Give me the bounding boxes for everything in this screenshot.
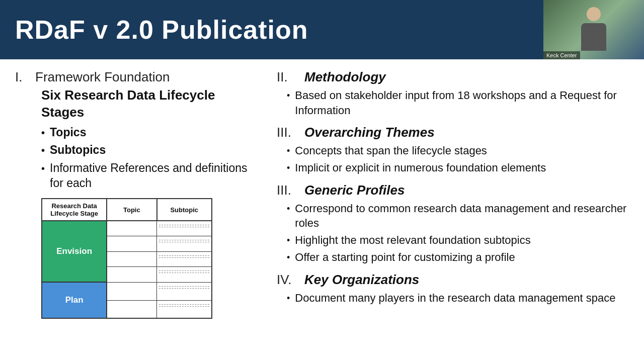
table-row-envision: Envision [42,221,212,236]
section-iii-profiles-roman: III. [277,183,304,198]
stage-envision-cell: Envision [42,221,107,282]
right-column: II. Methodology Based on stakeholder inp… [262,69,629,357]
person-body [581,23,606,51]
section-iii-profiles-heading: III. Generic Profiles [277,183,629,198]
camera-inset: Keck Center [543,0,644,59]
section-iii-overarching: III. Overarching Themes Concepts that sp… [277,125,629,175]
section-iii-profiles-bullets: Correspond to common research data manag… [287,201,629,265]
bullet-subtopics: Subtopics [41,143,252,158]
topic-cell-p1 [107,282,156,300]
header: RDaF v 2.0 Publication Keck Center [0,0,644,59]
left-column: I. Framework Foundation Six Research Dat… [15,69,262,357]
section-i-heading: I. Framework Foundation [15,69,252,85]
table-header-stage: Research DataLifecycle Stage [42,199,107,221]
lifecycle-table: Research DataLifecycle Stage Topic Subto… [41,198,212,319]
dashed-e5 [159,255,209,256]
dashed-e7 [159,270,209,271]
section-iii-heading: III. Overarching Themes [277,125,629,140]
section-ii-heading: II. Methodology [277,69,629,85]
section-iv-bullets: Document many players in the research da… [287,291,629,306]
section-iii-title: Overarching Themes [304,125,435,140]
section-i-bullets: Topics Subtopics Informative References … [41,125,252,192]
section-i-subheading: Six Research Data Lifecycle Stages [41,87,252,121]
section-i-roman: I. [15,69,35,85]
dashed-e3 [159,240,209,240]
section-iv-title: Key Organizations [304,272,419,288]
section-ii-bullet-1: Based on stakeholder input from 18 works… [287,88,629,118]
section-iv-roman: IV. [277,272,304,288]
section-iii-bullets: Concepts that span the lifecycle stages … [287,143,629,175]
dashed-p2 [159,288,209,289]
section-iii-roman: III. [277,125,304,140]
dashed-e6 [159,257,209,258]
section-ii-title: Methodology [304,69,386,85]
lifecycle-table-container: Research DataLifecycle Stage Topic Subto… [41,198,252,319]
section-iii-profiles-bullet-2: Highlight the most relevant foundation s… [287,233,629,248]
section-iv-bullet-1: Document many players in the research da… [287,291,629,306]
dashed-e8 [159,273,209,273]
section-ii-roman: II. [277,69,304,85]
topic-cell-e1 [107,221,156,236]
topic-cell-e2 [107,236,156,252]
bullet-references: Informative References and definitions f… [41,161,252,191]
section-iii-bullet-1: Concepts that span the lifecycle stages [287,143,629,158]
subtopic-cell-p1 [157,282,212,300]
stage-plan-block: Plan [42,283,106,318]
stage-plan-cell: Plan [42,282,107,318]
dashed-e2 [159,227,209,227]
subtopic-cell-e4 [157,267,212,283]
subtopic-cell-p2 [157,300,212,318]
section-iii-profiles-title: Generic Profiles [304,183,405,198]
bullet-topics: Topics [41,125,252,140]
stage-envision-block: Envision [42,221,106,282]
section-iii-profiles: III. Generic Profiles Correspond to comm… [277,183,629,265]
topic-cell-p2 [107,300,156,318]
section-iii-bullet-2: Implicit or explicit in numerous foundat… [287,160,629,175]
person-head [587,7,601,21]
section-ii: II. Methodology Based on stakeholder inp… [277,69,629,118]
section-i-title: Framework Foundation [35,69,170,85]
page-title: RDaF v 2.0 Publication [15,15,308,45]
section-ii-bullets: Based on stakeholder input from 18 works… [287,88,629,118]
section-iv-heading: IV. Key Organizations [277,272,629,288]
section-iii-profiles-bullet-3: Offer a starting point for customizing a… [287,250,629,265]
table-header-subtopic: Subtopic [157,199,212,221]
section-iv: IV. Key Organizations Document many play… [277,272,629,306]
dashed-e1 [159,225,209,225]
table-header-topic: Topic [107,199,156,221]
person-silhouette [579,7,609,52]
subtopic-cell-e3 [157,251,212,267]
dashed-p4 [159,306,209,307]
camera-feed [543,0,644,59]
topic-cell-e4 [107,267,156,283]
dashed-p1 [159,286,209,287]
main-content: I. Framework Foundation Six Research Dat… [0,59,644,362]
dashed-e4 [159,242,209,242]
subtopic-cell-e1 [157,221,212,236]
section-iii-profiles-bullet-1: Correspond to common research data manag… [287,201,629,231]
topic-cell-e3 [107,251,156,267]
camera-label: Keck Center [543,51,580,59]
subtopic-cell-e2 [157,236,212,252]
dashed-p3 [159,304,209,305]
table-row-plan: Plan [42,282,212,300]
